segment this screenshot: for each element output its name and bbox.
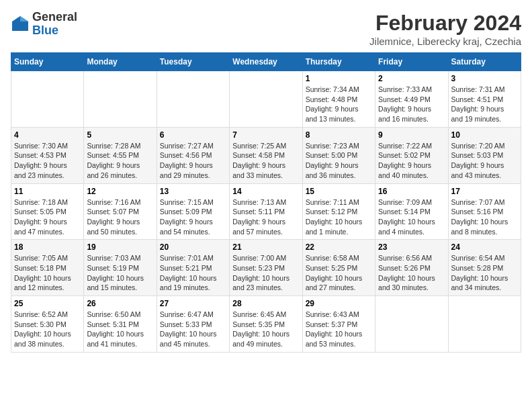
- day-number: 3: [451, 74, 518, 83]
- calendar-cell: 10Sunrise: 7:20 AMSunset: 5:03 PMDayligh…: [448, 127, 521, 183]
- day-info: Sunrise: 7:27 AMSunset: 4:56 PMDaylight:…: [160, 141, 226, 181]
- weekday-header-thursday: Thursday: [302, 53, 375, 71]
- day-info: Sunrise: 7:13 AMSunset: 5:11 PMDaylight:…: [232, 197, 299, 237]
- calendar-table: SundayMondayTuesdayWednesdayThursdayFrid…: [11, 52, 521, 353]
- calendar-week-row: 11Sunrise: 7:18 AMSunset: 5:05 PMDayligh…: [11, 183, 521, 240]
- day-number: 25: [14, 299, 81, 308]
- calendar-week-row: 1Sunrise: 7:34 AMSunset: 4:48 PMDaylight…: [11, 71, 521, 128]
- day-info: Sunrise: 7:18 AMSunset: 5:05 PMDaylight:…: [14, 197, 81, 237]
- day-info: Sunrise: 7:23 AMSunset: 5:00 PMDaylight:…: [306, 141, 372, 181]
- day-number: 15: [306, 187, 372, 196]
- calendar-cell: 20Sunrise: 7:01 AMSunset: 5:21 PMDayligh…: [157, 240, 229, 296]
- day-number: 2: [378, 74, 445, 83]
- logo-icon: [11, 15, 30, 34]
- calendar-cell: 23Sunrise: 6:56 AMSunset: 5:26 PMDayligh…: [375, 240, 448, 296]
- day-info: Sunrise: 7:30 AMSunset: 4:53 PMDaylight:…: [14, 141, 81, 181]
- calendar-title: February 2024: [369, 11, 521, 36]
- calendar-cell: 14Sunrise: 7:13 AMSunset: 5:11 PMDayligh…: [230, 183, 302, 240]
- day-number: 1: [306, 74, 372, 83]
- weekday-header-row: SundayMondayTuesdayWednesdayThursdayFrid…: [11, 53, 521, 71]
- day-number: 9: [378, 130, 445, 140]
- day-info: Sunrise: 7:16 AMSunset: 5:07 PMDaylight:…: [87, 197, 153, 237]
- calendar-cell: 13Sunrise: 7:15 AMSunset: 5:09 PMDayligh…: [157, 183, 229, 240]
- day-number: 11: [14, 187, 81, 196]
- calendar-cell: 15Sunrise: 7:11 AMSunset: 5:12 PMDayligh…: [302, 183, 375, 240]
- day-number: 26: [87, 299, 153, 308]
- calendar-cell: 1Sunrise: 7:34 AMSunset: 4:48 PMDaylight…: [302, 71, 375, 128]
- weekday-header-sunday: Sunday: [11, 53, 84, 71]
- day-info: Sunrise: 6:45 AMSunset: 5:35 PMDaylight:…: [232, 310, 299, 349]
- calendar-cell: 4Sunrise: 7:30 AMSunset: 4:53 PMDaylight…: [11, 127, 84, 183]
- day-number: 21: [232, 242, 299, 252]
- calendar-cell: [84, 71, 157, 128]
- day-number: 5: [87, 130, 153, 140]
- day-info: Sunrise: 6:52 AMSunset: 5:30 PMDaylight:…: [14, 310, 81, 349]
- day-info: Sunrise: 6:50 AMSunset: 5:31 PMDaylight:…: [87, 310, 153, 349]
- calendar-cell: 24Sunrise: 6:54 AMSunset: 5:28 PMDayligh…: [448, 240, 521, 296]
- day-info: Sunrise: 6:58 AMSunset: 5:25 PMDaylight:…: [306, 253, 372, 293]
- weekday-header-tuesday: Tuesday: [157, 53, 229, 71]
- day-number: 27: [160, 299, 226, 308]
- calendar-cell: 29Sunrise: 6:43 AMSunset: 5:37 PMDayligh…: [302, 296, 375, 353]
- day-info: Sunrise: 7:15 AMSunset: 5:09 PMDaylight:…: [160, 197, 226, 237]
- calendar-cell: 28Sunrise: 6:45 AMSunset: 5:35 PMDayligh…: [230, 296, 302, 353]
- weekday-header-monday: Monday: [84, 53, 157, 71]
- day-number: 12: [87, 187, 153, 196]
- calendar-cell: 8Sunrise: 7:23 AMSunset: 5:00 PMDaylight…: [302, 127, 375, 183]
- day-number: 10: [451, 130, 518, 140]
- day-info: Sunrise: 6:56 AMSunset: 5:26 PMDaylight:…: [378, 253, 445, 293]
- day-number: 7: [232, 130, 299, 140]
- calendar-cell: [230, 71, 302, 128]
- weekday-header-saturday: Saturday: [448, 53, 521, 71]
- day-number: 6: [160, 130, 226, 140]
- day-number: 18: [14, 242, 81, 252]
- calendar-cell: 11Sunrise: 7:18 AMSunset: 5:05 PMDayligh…: [11, 183, 84, 240]
- calendar-week-row: 4Sunrise: 7:30 AMSunset: 4:53 PMDaylight…: [11, 127, 521, 183]
- day-number: 20: [160, 242, 226, 252]
- calendar-cell: 25Sunrise: 6:52 AMSunset: 5:30 PMDayligh…: [11, 296, 84, 353]
- weekday-header-friday: Friday: [375, 53, 448, 71]
- day-info: Sunrise: 7:34 AMSunset: 4:48 PMDaylight:…: [306, 85, 372, 124]
- day-number: 24: [451, 242, 518, 252]
- calendar-subtitle: Jilemnice, Liberecky kraj, Czechia: [369, 36, 521, 47]
- calendar-cell: 27Sunrise: 6:47 AMSunset: 5:33 PMDayligh…: [157, 296, 229, 353]
- weekday-header-wednesday: Wednesday: [230, 53, 302, 71]
- day-info: Sunrise: 7:33 AMSunset: 4:49 PMDaylight:…: [378, 85, 445, 124]
- logo-blue-text: Blue: [32, 24, 77, 38]
- day-info: Sunrise: 7:03 AMSunset: 5:19 PMDaylight:…: [87, 253, 153, 293]
- day-number: 8: [306, 130, 372, 140]
- day-info: Sunrise: 7:00 AMSunset: 5:23 PMDaylight:…: [232, 253, 299, 293]
- day-number: 14: [232, 187, 299, 196]
- day-info: Sunrise: 7:28 AMSunset: 4:55 PMDaylight:…: [87, 141, 153, 181]
- logo: General Blue: [11, 11, 77, 38]
- calendar-cell: [11, 71, 84, 128]
- day-info: Sunrise: 7:20 AMSunset: 5:03 PMDaylight:…: [451, 141, 518, 181]
- day-info: Sunrise: 7:01 AMSunset: 5:21 PMDaylight:…: [160, 253, 226, 293]
- day-number: 4: [14, 130, 81, 140]
- day-info: Sunrise: 6:54 AMSunset: 5:28 PMDaylight:…: [451, 253, 518, 293]
- day-info: Sunrise: 7:09 AMSunset: 5:14 PMDaylight:…: [378, 197, 445, 237]
- calendar-cell: [448, 296, 521, 353]
- day-info: Sunrise: 7:07 AMSunset: 5:16 PMDaylight:…: [451, 197, 518, 237]
- calendar-cell: 7Sunrise: 7:25 AMSunset: 4:58 PMDaylight…: [230, 127, 302, 183]
- calendar-cell: [375, 296, 448, 353]
- calendar-cell: 9Sunrise: 7:22 AMSunset: 5:02 PMDaylight…: [375, 127, 448, 183]
- day-number: 19: [87, 242, 153, 252]
- day-info: Sunrise: 7:25 AMSunset: 4:58 PMDaylight:…: [232, 141, 299, 181]
- calendar-cell: 2Sunrise: 7:33 AMSunset: 4:49 PMDaylight…: [375, 71, 448, 128]
- day-info: Sunrise: 7:11 AMSunset: 5:12 PMDaylight:…: [306, 197, 372, 237]
- calendar-cell: 19Sunrise: 7:03 AMSunset: 5:19 PMDayligh…: [84, 240, 157, 296]
- calendar-cell: 21Sunrise: 7:00 AMSunset: 5:23 PMDayligh…: [230, 240, 302, 296]
- calendar-cell: 16Sunrise: 7:09 AMSunset: 5:14 PMDayligh…: [375, 183, 448, 240]
- calendar-week-row: 18Sunrise: 7:05 AMSunset: 5:18 PMDayligh…: [11, 240, 521, 296]
- calendar-cell: 26Sunrise: 6:50 AMSunset: 5:31 PMDayligh…: [84, 296, 157, 353]
- svg-marker-1: [20, 16, 28, 21]
- logo-general-text: General: [32, 11, 77, 24]
- calendar-cell: 6Sunrise: 7:27 AMSunset: 4:56 PMDaylight…: [157, 127, 229, 183]
- calendar-cell: 17Sunrise: 7:07 AMSunset: 5:16 PMDayligh…: [448, 183, 521, 240]
- calendar-cell: 5Sunrise: 7:28 AMSunset: 4:55 PMDaylight…: [84, 127, 157, 183]
- calendar-cell: 3Sunrise: 7:31 AMSunset: 4:51 PMDaylight…: [448, 71, 521, 128]
- day-info: Sunrise: 6:47 AMSunset: 5:33 PMDaylight:…: [160, 310, 226, 349]
- calendar-cell: 18Sunrise: 7:05 AMSunset: 5:18 PMDayligh…: [11, 240, 84, 296]
- day-info: Sunrise: 7:22 AMSunset: 5:02 PMDaylight:…: [378, 141, 445, 181]
